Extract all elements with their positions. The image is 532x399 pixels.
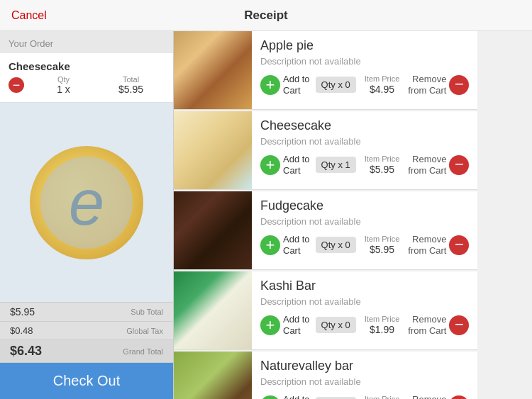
- logo-e-letter: e: [69, 171, 104, 235]
- qty-display-kashibar: Qty x 0: [316, 317, 356, 333]
- qty-val-fudgecake: x 0: [338, 240, 350, 250]
- product-item-fudgecake: Fudgecake Description not available + Ad…: [174, 191, 477, 270]
- item-price-label-cheesecake: Item Price: [365, 154, 400, 164]
- product-desc-fudgecake: Description not available: [260, 216, 469, 227]
- item-price-label-naturebar: Item Price: [365, 395, 400, 399]
- add-label-kashibar: Add toCart: [283, 314, 310, 336]
- add-label-fudgecake: Add toCart: [283, 234, 310, 256]
- remove-button-cheesecake[interactable]: −: [449, 155, 469, 175]
- cancel-button[interactable]: Cancel: [11, 9, 47, 22]
- item-price-val-cheesecake: $5.95: [365, 164, 400, 175]
- item-price-val-kashibar: $1.99: [365, 324, 400, 335]
- product-desc-applepie: Description not available: [260, 56, 469, 67]
- remove-block-kashibar: Removefrom Cart −: [408, 314, 469, 336]
- sidebar-total-val: $5.95: [97, 84, 165, 95]
- product-actions-cheesecake: + Add toCart Qty x 1 Item Price $5.95 Re…: [260, 154, 469, 176]
- product-actions-applepie: + Add toCart Qty x 0 Item Price $4.95 Re…: [260, 74, 469, 96]
- price-block-kashibar: Item Price $1.99: [365, 315, 400, 335]
- add-to-cart-button-fudgecake[interactable]: + Add toCart: [260, 234, 310, 256]
- grand-total-label: Grand Total: [123, 347, 163, 356]
- qty-label-fudgecake: Qty: [321, 240, 338, 250]
- product-actions-kashibar: + Add toCart Qty x 0 Item Price $1.99 Re…: [260, 314, 469, 336]
- sidebar-remove-button[interactable]: −: [9, 77, 24, 93]
- remove-block-applepie: Removefrom Cart −: [408, 74, 469, 96]
- item-price-val-fudgecake: $5.95: [365, 244, 400, 255]
- subtotal-val: $5.95: [10, 306, 35, 317]
- plus-icon-naturebar: +: [260, 395, 280, 399]
- remove-button-fudgecake[interactable]: −: [449, 235, 469, 255]
- logo-circle: e: [30, 146, 143, 259]
- product-image-fudgecake: [174, 191, 252, 269]
- add-to-cart-button-applepie[interactable]: + Add toCart: [260, 74, 310, 96]
- checkout-button[interactable]: Check Out: [0, 363, 173, 399]
- sidebar-qty-val: 1 x: [30, 84, 97, 95]
- add-to-cart-button-kashibar[interactable]: + Add toCart: [260, 314, 310, 336]
- qty-label-applepie: Qty: [321, 79, 338, 90]
- product-name-naturebar: Naturevalley bar: [260, 359, 469, 373]
- qty-label-cheesecake: Qty: [321, 159, 338, 170]
- remove-label-naturebar: Removefrom Cart: [408, 394, 446, 399]
- remove-button-applepie[interactable]: −: [449, 75, 469, 95]
- price-block-naturebar: Item Price $1.99: [365, 395, 400, 399]
- product-list: Apple pie Description not available + Ad…: [174, 31, 477, 399]
- qty-val-cheesecake: x 1: [338, 159, 350, 170]
- tax-row: $0.48 Global Tax: [0, 322, 173, 340]
- product-item-applepie: Apple pie Description not available + Ad…: [174, 31, 477, 110]
- price-block-applepie: Item Price $4.95: [365, 74, 400, 95]
- product-info-kashibar: Kashi Bar Description not available + Ad…: [252, 271, 477, 349]
- product-info-fudgecake: Fudgecake Description not available + Ad…: [252, 191, 477, 269]
- page-title: Receipt: [244, 9, 287, 23]
- tax-val: $0.48: [10, 325, 33, 336]
- qty-display-cheesecake: Qty x 1: [316, 157, 356, 173]
- remove-button-kashibar[interactable]: −: [449, 315, 469, 335]
- plus-icon-cheesecake: +: [260, 155, 280, 175]
- product-image-kashibar: [174, 271, 252, 349]
- subtotal-label: Sub Total: [131, 308, 163, 316]
- product-name-kashibar: Kashi Bar: [260, 279, 469, 293]
- logo-inner: e: [40, 157, 133, 249]
- sidebar-logo-area: e: [0, 103, 173, 302]
- product-name-fudgecake: Fudgecake: [260, 198, 469, 213]
- remove-label-applepie: Removefrom Cart: [408, 74, 446, 96]
- sidebar-qty-label: Qty: [30, 75, 97, 84]
- sidebar-item-name: Cheesecake: [9, 60, 165, 72]
- plus-icon-applepie: +: [260, 75, 280, 95]
- subtotal-row: $5.95 Sub Total: [0, 303, 173, 322]
- remove-block-fudgecake: Removefrom Cart −: [408, 234, 469, 256]
- sidebar-totals: $5.95 Sub Total $0.48 Global Tax $6.43 G…: [0, 302, 173, 363]
- item-price-label-kashibar: Item Price: [365, 315, 400, 324]
- grand-total-val: $6.43: [10, 344, 42, 359]
- product-name-cheesecake: Cheesecake: [260, 118, 469, 133]
- item-price-label-fudgecake: Item Price: [365, 235, 400, 244]
- item-price-val-applepie: $4.95: [365, 84, 400, 95]
- remove-block-cheesecake: Removefrom Cart −: [408, 154, 469, 176]
- header: Cancel Receipt: [0, 0, 532, 31]
- product-image-applepie: [174, 31, 252, 109]
- qty-display-applepie: Qty x 0: [316, 77, 356, 93]
- remove-block-naturebar: Removefrom Cart −: [408, 394, 469, 399]
- product-image-cheesecake: [174, 111, 252, 189]
- add-to-cart-button-cheesecake[interactable]: + Add toCart: [260, 154, 310, 176]
- price-block-cheesecake: Item Price $5.95: [365, 154, 400, 175]
- sidebar-order-item: Cheesecake − Qty 1 x Total $5.95: [0, 53, 173, 103]
- plus-icon-fudgecake: +: [260, 235, 280, 255]
- product-item-kashibar: Kashi Bar Description not available + Ad…: [174, 271, 477, 350]
- product-image-naturebar: [174, 352, 252, 399]
- item-price-label-applepie: Item Price: [365, 74, 400, 84]
- product-desc-kashibar: Description not available: [260, 296, 469, 307]
- remove-label-fudgecake: Removefrom Cart: [408, 234, 446, 256]
- product-item-naturebar: Naturevalley bar Description not availab…: [174, 352, 477, 399]
- price-block-fudgecake: Item Price $5.95: [365, 235, 400, 255]
- remove-label-kashibar: Removefrom Cart: [408, 314, 446, 336]
- remove-button-naturebar[interactable]: −: [449, 395, 469, 399]
- sidebar-total-col: Total $5.95: [97, 75, 165, 95]
- product-info-applepie: Apple pie Description not available + Ad…: [252, 31, 477, 109]
- product-info-cheesecake: Cheesecake Description not available + A…: [252, 111, 477, 189]
- add-label-naturebar: Add toCart: [283, 394, 310, 399]
- add-to-cart-button-naturebar[interactable]: + Add toCart: [260, 394, 310, 399]
- product-actions-naturebar: + Add toCart Qty x 0 Item Price $1.99 Re…: [260, 394, 469, 399]
- tax-label: Global Tax: [126, 327, 163, 335]
- sidebar: Your Order Cheesecake − Qty 1 x Total $5…: [0, 31, 174, 399]
- product-name-applepie: Apple pie: [260, 38, 469, 53]
- qty-display-fudgecake: Qty x 0: [316, 237, 356, 253]
